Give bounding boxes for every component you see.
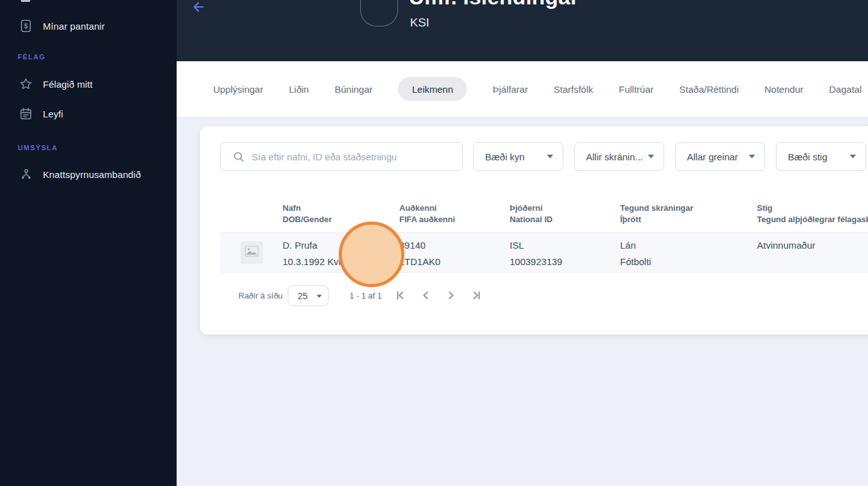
- cell-fifa-audkenni: 1TD1AK0: [399, 256, 440, 267]
- receipt-icon: $: [20, 19, 32, 33]
- chevron-down-icon: [749, 155, 755, 158]
- image-placeholder-icon: [245, 246, 259, 259]
- chevron-down-icon: [547, 155, 553, 158]
- column-header-line: Tegund skráningar: [620, 203, 693, 214]
- tab-list: Upplýsingar Liðin Búningar Leikmenn Þjál…: [213, 77, 862, 101]
- chevron-down-icon: [648, 155, 654, 158]
- tab-lidin[interactable]: Liðin: [289, 77, 309, 101]
- column-header-tegund-skraningar: Tegund skráningar Íþrótt: [620, 203, 693, 225]
- tab-starfsfolk[interactable]: Starfsfólk: [554, 77, 594, 101]
- last-page-icon: [471, 290, 482, 301]
- sidebar-item-label: Knattspyrnusambandið: [43, 169, 141, 180]
- chevron-down-icon: [317, 295, 322, 298]
- cell-iprott: Fótbolti: [620, 256, 651, 267]
- cell-tegund-skraningar: Lán: [620, 240, 636, 251]
- tab-fulltruar[interactable]: Fulltrúar: [619, 77, 654, 101]
- search-input[interactable]: [252, 151, 462, 162]
- sidebar-item-leyfi[interactable]: Leyfi: [20, 107, 63, 121]
- tab-leikmenn[interactable]: Leikmenn: [398, 77, 467, 101]
- column-header-line: Íþrótt: [620, 214, 693, 225]
- column-header-audkenni: Auðkenni FIFA auðkenni: [399, 203, 455, 225]
- cell-dob-gender: 10.3.1992 Kvk: [283, 256, 343, 267]
- sidebar-section-umsysla: UMSÝSLA: [18, 144, 58, 151]
- click-indicator: [339, 222, 404, 287]
- dropdown-value: Allar greinar: [687, 151, 738, 162]
- search-icon: [233, 151, 244, 162]
- sport-filter-dropdown[interactable]: Allar greinar: [675, 142, 765, 171]
- sidebar-section-felag: FÉLAG: [18, 53, 45, 61]
- org-chart-icon: [20, 167, 32, 181]
- cut-off-item-icon: [21, 0, 30, 2]
- page-subtitle: KSI: [410, 16, 430, 30]
- arrow-left-icon: [191, 0, 206, 15]
- tab-upplysingar[interactable]: Upplýsingar: [213, 77, 263, 101]
- page-size-dropdown[interactable]: 25: [288, 285, 329, 306]
- column-header-line: National ID: [510, 214, 553, 225]
- sidebar-item-minar-pantanir[interactable]: $ Mínar pantanir: [20, 19, 105, 33]
- column-header-line: Stig: [757, 203, 868, 214]
- svg-text:$: $: [24, 23, 28, 30]
- sidebar-item-knattspyrnusambandid[interactable]: Knattspyrnusambandið: [20, 167, 141, 181]
- chevron-left-icon: [420, 290, 431, 301]
- tab-dagatal[interactable]: Dagatal: [829, 77, 862, 101]
- sidebar-item-felagid-mitt[interactable]: Félagið mitt: [20, 77, 93, 91]
- chevron-down-icon: [850, 155, 856, 158]
- page-size-value: 25: [298, 291, 308, 301]
- sidebar-item-label: Mínar pantanir: [43, 21, 105, 32]
- column-header-thjodnerni: Þjóðerni National ID: [510, 203, 553, 225]
- tab-notendur[interactable]: Notendur: [765, 77, 804, 101]
- column-header-line: Tegund alþjóðlegrar félagaskipta: [757, 214, 868, 225]
- column-header-line: Auðkenni: [399, 203, 455, 214]
- column-header-line: Þjóðerni: [510, 203, 553, 214]
- cell-stig: Atvinnumaður: [757, 240, 816, 251]
- app-root: $ Mínar pantanir FÉLAG Félagið mitt Leyf…: [0, 0, 868, 486]
- chevron-right-icon: [445, 290, 457, 301]
- first-page-icon: [395, 290, 406, 301]
- column-header-line: DOB/Gender: [283, 214, 332, 225]
- dropdown-value: Allir skránin...: [586, 151, 643, 162]
- star-icon: [20, 77, 32, 91]
- cell-national-id: 1003923139: [510, 256, 562, 267]
- dropdown-value: Bæði kyn: [485, 151, 525, 162]
- level-filter-dropdown[interactable]: Bæði stig: [776, 142, 866, 171]
- club-logo: [360, 0, 398, 27]
- page-title: Umf. Íslendingar: [409, 0, 579, 9]
- tab-buningar[interactable]: Búningar: [334, 77, 372, 101]
- column-header-line: FIFA auðkenni: [399, 214, 455, 225]
- pagination-range: 1 - 1 af 1: [349, 291, 382, 300]
- next-page-button[interactable]: [445, 289, 457, 302]
- tab-stada-rettindi[interactable]: Staða/Réttindi: [679, 77, 739, 101]
- column-header-nafn: Nafn DOB/Gender: [283, 203, 332, 225]
- table-row[interactable]: D. Prufa 10.3.1992 Kvk 89140 1TD1AK0 ISL…: [220, 232, 868, 273]
- column-header-line: Nafn: [283, 203, 332, 214]
- last-page-button[interactable]: [470, 289, 483, 302]
- registration-filter-dropdown[interactable]: Allir skránin...: [574, 142, 664, 171]
- sidebar: $ Mínar pantanir FÉLAG Félagið mitt Leyf…: [0, 0, 177, 486]
- sidebar-item-label: Leyfi: [43, 109, 63, 119]
- dropdown-value: Bæði stig: [788, 151, 828, 162]
- gender-filter-dropdown[interactable]: Bæði kyn: [473, 142, 563, 171]
- back-button[interactable]: [191, 0, 208, 16]
- players-card: Bæði kyn Allir skránin... Allar greinar …: [200, 126, 868, 335]
- cell-thjodnerni: ISL: [510, 240, 524, 251]
- rows-per-page-label: Raðir á síðu: [238, 291, 283, 300]
- calendar-icon: [20, 107, 32, 121]
- player-avatar: [240, 241, 263, 264]
- previous-page-button[interactable]: [419, 289, 432, 302]
- tab-thjalfarar[interactable]: Þjálfarar: [493, 77, 528, 101]
- tab-bar: Upplýsingar Liðin Búningar Leikmenn Þjál…: [177, 61, 868, 117]
- cell-name: D. Prufa: [283, 240, 317, 251]
- page-header: Umf. Íslendingar KSI: [177, 0, 868, 61]
- sidebar-item-label: Félagið mitt: [43, 79, 93, 90]
- column-header-stig: Stig Tegund alþjóðlegrar félagaskipta: [757, 203, 868, 225]
- first-page-button[interactable]: [394, 289, 407, 302]
- search-box: [220, 142, 463, 171]
